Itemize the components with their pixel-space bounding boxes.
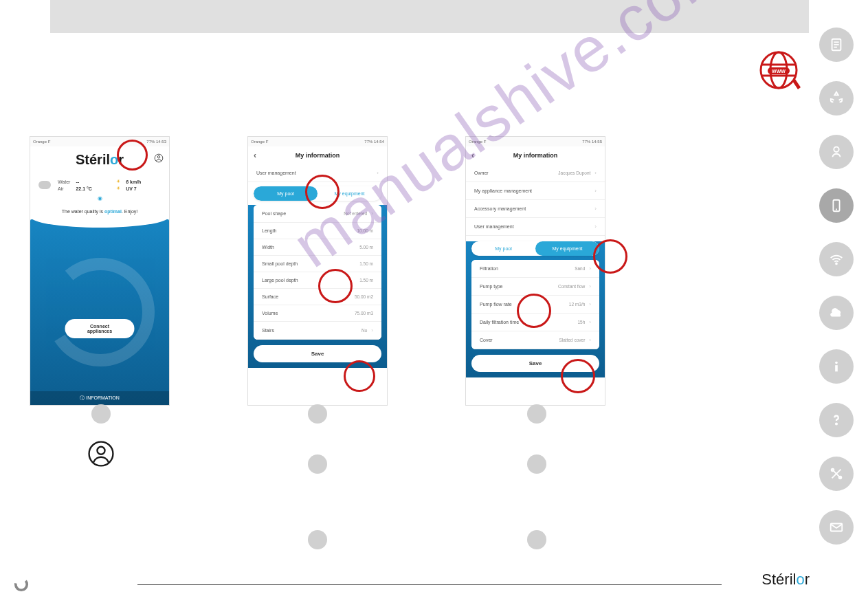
uv-value: UV 7 xyxy=(126,186,161,191)
sun-icon: ☀ xyxy=(116,179,120,184)
phone-screenshots: Orange F77% 14:53 Stérilor Water -- ☀ 6 … xyxy=(30,136,648,406)
sidebar-care-icon[interactable] xyxy=(819,81,854,116)
step-dot xyxy=(91,404,111,424)
phone3-tabs: My pool My equipment xyxy=(471,241,599,256)
phone1-statusbar: Orange F77% 14:53 xyxy=(30,137,169,146)
step-dot xyxy=(308,530,327,549)
width-row[interactable]: Width5.00 m xyxy=(254,239,381,256)
step-dot xyxy=(527,454,546,474)
sidebar-info-icon[interactable] xyxy=(819,349,854,384)
step-dot xyxy=(308,404,327,424)
tab-my-equipment[interactable]: My equipment xyxy=(535,241,599,256)
sidebar-help-icon[interactable] xyxy=(819,403,854,437)
connect-appliances-button[interactable]: Connect appliances xyxy=(65,319,135,338)
save-button[interactable]: Save xyxy=(254,345,381,362)
information-bar[interactable]: ⓘ INFORMATION xyxy=(30,391,169,405)
sidebar-nav xyxy=(819,28,856,545)
phone1: Orange F77% 14:53 Stérilor Water -- ☀ 6 … xyxy=(30,136,170,406)
tab-my-pool[interactable]: My pool xyxy=(471,241,535,256)
pool-shape-row[interactable]: Pool shapeNot entered› xyxy=(254,205,381,223)
top-banner xyxy=(50,0,809,33)
phone2-title: My information xyxy=(296,152,340,159)
svg-point-7 xyxy=(836,263,837,265)
footer-line xyxy=(137,584,722,585)
sidebar-cloud-icon[interactable] xyxy=(819,296,854,330)
save-button[interactable]: Save xyxy=(471,355,599,372)
phone3-statusbar: Orange F77% 14:55 xyxy=(466,137,605,146)
sidebar-mail-icon[interactable] xyxy=(819,510,854,545)
svg-point-24 xyxy=(97,447,104,454)
appliance-mgmt-row[interactable]: My appliance management› xyxy=(466,182,605,200)
water-value: -- xyxy=(76,179,111,184)
owner-row[interactable]: OwnerJacques Dupont› xyxy=(466,164,605,182)
svg-point-22 xyxy=(52,264,148,360)
footer-brand-icon xyxy=(14,577,29,592)
water-label: Water xyxy=(58,179,70,184)
step-dot xyxy=(527,530,546,549)
stairs-row[interactable]: StairsNo› xyxy=(254,322,381,340)
phone2-tabs: My pool My equipment xyxy=(254,186,381,201)
svg-point-4 xyxy=(834,147,838,152)
user-mgmt-row[interactable]: User management› xyxy=(466,218,605,236)
app-logo: Stérilor xyxy=(76,152,124,168)
tab-my-equipment[interactable]: My equipment xyxy=(318,186,381,201)
water-quality-text: The water quality is optimal. Enjoy! xyxy=(30,207,169,219)
sidebar-doc-icon[interactable] xyxy=(819,28,854,62)
svg-point-21 xyxy=(157,156,160,159)
svg-point-8 xyxy=(835,362,838,364)
sidebar-tools-icon[interactable] xyxy=(819,457,854,491)
sunburst-icon: ☀ xyxy=(116,186,120,191)
cover-row[interactable]: CoverSlatted cover› xyxy=(471,331,599,349)
svg-text:WWW: WWW xyxy=(772,69,786,74)
user-icon[interactable] xyxy=(154,153,164,163)
phone3-title: My information xyxy=(513,152,558,159)
step-dot xyxy=(308,454,327,474)
back-button[interactable]: ‹ xyxy=(254,151,256,160)
wind-value: 6 km/h xyxy=(126,179,161,184)
air-value: 22.1 °C xyxy=(76,186,111,191)
phone3: Orange F77% 14:55 ‹ My information Owner… xyxy=(465,136,605,406)
svg-point-25 xyxy=(16,579,27,591)
svg-rect-9 xyxy=(835,365,838,371)
volume-row[interactable]: Volume75.00 m3 xyxy=(254,305,381,322)
pump-type-row[interactable]: Pump typeConstant flow› xyxy=(471,278,599,296)
sidebar-worker-icon[interactable] xyxy=(819,135,854,169)
phone2-statusbar: Orange F77% 14:54 xyxy=(248,137,387,146)
cloud-icon xyxy=(38,181,51,189)
water-background: Connect appliances ⓘ INFORMATION xyxy=(30,219,169,405)
air-label: Air xyxy=(58,186,70,191)
user-management-row[interactable]: User management› xyxy=(248,164,387,182)
filtration-time-row[interactable]: Daily filtration time15h› xyxy=(471,314,599,331)
phone2: Orange F77% 14:54 ‹ My information User … xyxy=(247,136,388,406)
length-row[interactable]: Length10.00 m xyxy=(254,223,381,239)
accessory-mgmt-row[interactable]: Accessory management› xyxy=(466,200,605,218)
surface-row[interactable]: Surface50.00 m2 xyxy=(254,289,381,305)
back-button[interactable]: ‹ xyxy=(471,151,474,160)
sidebar-phone-icon[interactable] xyxy=(819,188,854,223)
pump-flow-row[interactable]: Pump flow rate12 m3/h› xyxy=(471,296,599,314)
target-icon: ◉ xyxy=(98,195,102,201)
logo-watermark xyxy=(30,219,169,405)
footer-logo: Stérilor xyxy=(761,571,810,589)
step-dot xyxy=(527,404,546,424)
weather-widget: Water -- ☀ 6 km/h Air 22.1 °C ☀ UV 7 ◉ xyxy=(30,173,169,207)
www-link-icon[interactable]: WWW xyxy=(757,48,805,96)
small-depth-row[interactable]: Small pool depth1.50 m xyxy=(254,256,381,272)
user-icon-large xyxy=(88,441,114,467)
tab-my-pool[interactable]: My pool xyxy=(254,186,318,201)
svg-point-10 xyxy=(836,424,837,425)
large-depth-row[interactable]: Large pool depth1.50 m xyxy=(254,272,381,289)
filtration-row[interactable]: FiltrationSand› xyxy=(471,260,599,278)
sidebar-wifi-icon[interactable] xyxy=(819,242,854,276)
